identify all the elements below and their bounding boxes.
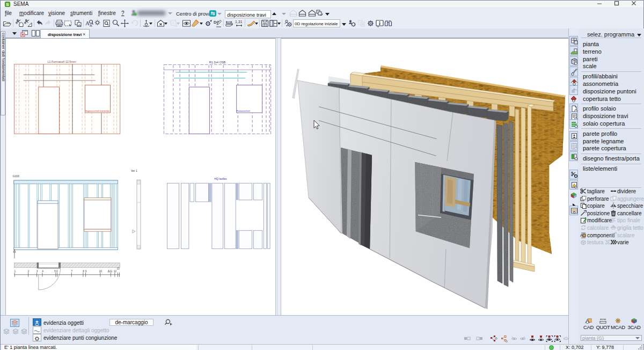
eye-a-icon[interactable] xyxy=(510,335,518,342)
highlight-joints-button[interactable] xyxy=(33,334,41,341)
dropdown-caret-icon[interactable] xyxy=(200,23,203,25)
cut-shape-icon[interactable] xyxy=(24,19,33,28)
squares-b-icon[interactable] xyxy=(476,335,484,342)
lamp-icon[interactable] xyxy=(93,19,102,28)
cad-button-mcad[interactable]: MCAD xyxy=(611,317,625,330)
gear-icon[interactable] xyxy=(366,19,375,28)
cut-house-icon[interactable] xyxy=(15,19,24,28)
program-item-pianta[interactable]: pianta xyxy=(583,41,599,47)
dropdown-caret-icon[interactable] xyxy=(255,23,258,25)
remote-session-icon[interactable]: ⇆ xyxy=(209,10,216,17)
tool-specchiare[interactable]: specchiare xyxy=(610,202,643,209)
page-preview-icon[interactable] xyxy=(63,19,72,28)
viewport-3d[interactable] xyxy=(281,38,568,315)
zoom-icon[interactable] xyxy=(111,19,120,28)
copy-gray-icon[interactable] xyxy=(357,19,366,28)
rotate-icon[interactable] xyxy=(130,19,140,28)
tab-list-caret-icon[interactable] xyxy=(12,32,17,35)
close-button[interactable] xyxy=(626,1,641,8)
squares-a-icon[interactable] xyxy=(464,335,471,342)
program-item-disposizione-travi[interactable]: disposizione travi xyxy=(583,113,628,119)
program-item-profilo-solaio[interactable]: profilo solaio xyxy=(583,105,616,112)
dropdown-caret-icon[interactable] xyxy=(277,23,281,25)
tool-varie[interactable]: varie xyxy=(610,239,629,245)
tool-copiare[interactable]: copiare xyxy=(580,202,605,209)
user-caret-icon[interactable] xyxy=(168,12,172,14)
move-icon[interactable] xyxy=(120,19,129,28)
demark-button[interactable]: de-marcaggio xyxy=(109,319,153,326)
container-dati-fondamentali-tab[interactable]: container dati fondamentali xyxy=(1,31,5,115)
grid-gray-icon[interactable] xyxy=(569,141,578,151)
program-item-disegno-finestra-porta[interactable]: disegno finestra/porta xyxy=(583,155,640,162)
marker-icon[interactable] xyxy=(246,19,255,28)
storey-current-icon[interactable] xyxy=(298,10,306,17)
stairs-icon[interactable] xyxy=(569,67,578,76)
tool-perforare[interactable]: perforare xyxy=(580,195,609,202)
maximize-button[interactable] xyxy=(609,1,624,8)
eye-gray-icon[interactable] xyxy=(562,335,570,342)
gear-arrow-icon[interactable] xyxy=(204,19,213,28)
storey-up-icon[interactable] xyxy=(289,10,297,17)
program-item-copertura-tetto[interactable]: copertura tetto xyxy=(583,96,621,102)
program-item-assonometria[interactable]: assonometria xyxy=(583,81,618,87)
program-item-terreno[interactable]: terreno xyxy=(583,48,602,55)
layers2-icon[interactable] xyxy=(225,19,234,28)
person-frame-icon[interactable] xyxy=(569,131,578,141)
layer-stack-icon-1[interactable] xyxy=(3,327,10,334)
dropdown-caret-icon[interactable] xyxy=(164,23,167,25)
program-down-icon[interactable] xyxy=(282,13,286,15)
program-item-profili-abbaini[interactable]: profili/abbaini xyxy=(583,73,618,79)
split-view-icon[interactable] xyxy=(31,30,40,37)
zoom-marked-icon[interactable] xyxy=(164,319,173,326)
layer-stack-icon-3[interactable] xyxy=(20,327,28,334)
cad-button-3cad[interactable]: 3CAD xyxy=(627,317,641,330)
orange-nodes-icon[interactable] xyxy=(501,335,508,342)
tool-cancellare[interactable]: cancellare xyxy=(610,210,642,216)
highlight-objects-button[interactable] xyxy=(33,318,41,326)
menu-modificare[interactable]: modificare xyxy=(19,10,44,16)
program-item-parete-copertura[interactable]: parete copertura xyxy=(583,145,626,151)
layer-stack-active-button[interactable] xyxy=(10,319,19,327)
open-folder-icon[interactable] xyxy=(3,19,12,28)
cad-button-cad[interactable]: CAD xyxy=(581,317,596,330)
tool-tagliare[interactable]: tagliare xyxy=(580,188,605,194)
tool-dividere[interactable]: dividere xyxy=(610,188,636,194)
highlight-details-button[interactable] xyxy=(33,326,41,334)
tool-modificare[interactable]: modificare xyxy=(580,217,612,223)
terrain-icon[interactable] xyxy=(569,46,578,56)
program-item-liste-elementi[interactable]: liste/elementi xyxy=(583,165,617,172)
storey-down-icon[interactable] xyxy=(308,10,316,17)
program-item-scale[interactable]: scale xyxy=(583,63,597,69)
cad-button-quot[interactable]: QUOT xyxy=(596,317,610,330)
minimize-button[interactable] xyxy=(592,1,607,8)
adjustment-combobox[interactable]: 0D regolazione iniziale xyxy=(293,19,340,27)
layer-stack-icon-2[interactable] xyxy=(12,327,19,334)
chisel-icon[interactable] xyxy=(191,19,200,28)
dropdown-caret-icon[interactable] xyxy=(177,23,180,25)
user-name-redacted[interactable] xyxy=(137,11,165,16)
eye-red2-icon[interactable] xyxy=(537,335,545,342)
binocular-icon[interactable] xyxy=(384,19,393,28)
menu-strumenti[interactable]: strumenti xyxy=(70,10,92,16)
menu-finestre[interactable]: finestre xyxy=(98,10,116,16)
program-item-disposizione-puntoni[interactable]: disposizione puntoni xyxy=(583,88,636,94)
program-item-parete-profilo[interactable]: parete profilo xyxy=(583,130,617,137)
info-box-icon[interactable] xyxy=(375,19,384,28)
canvas-splitter[interactable] xyxy=(275,38,281,315)
program-select-caret-icon[interactable] xyxy=(637,34,641,37)
program-up-icon[interactable] xyxy=(272,12,276,15)
red-nodes-icon[interactable] xyxy=(490,335,497,342)
adjustment-caret-icon[interactable] xyxy=(342,23,346,26)
menu-file[interactable]: file xyxy=(5,10,12,16)
resize-grip-icon[interactable] xyxy=(638,345,643,350)
tab-disposizione-travi[interactable]: disposizione travi × xyxy=(40,29,90,38)
pencil-dg-icon[interactable]: DG xyxy=(213,19,222,28)
eye-box-icon[interactable] xyxy=(182,19,191,28)
menu-help[interactable]: ? xyxy=(121,10,125,16)
project-caret-icon[interactable] xyxy=(217,13,222,15)
scissors-gear-icon[interactable] xyxy=(569,170,578,179)
eye-sel-icon[interactable] xyxy=(546,335,553,342)
gear-person2-icon[interactable] xyxy=(348,19,357,28)
num131-icon[interactable]: 1,31 xyxy=(235,19,244,28)
wall-icon[interactable] xyxy=(569,56,578,66)
